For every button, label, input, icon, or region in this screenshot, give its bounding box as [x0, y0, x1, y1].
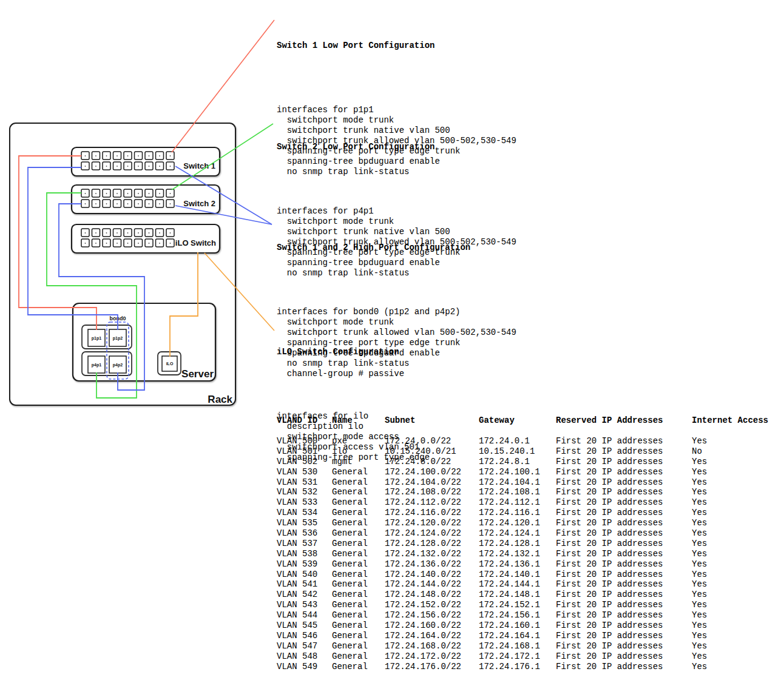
- cell-internet-access: Yes: [692, 641, 707, 651]
- cell-reserved-ip: First 20 IP addresses: [556, 528, 663, 539]
- vlan-table-body: VLAN 500 pxe 172.24.0.0/22 172.24.0.1 Fi…: [277, 436, 774, 671]
- cell-name: General: [332, 487, 368, 497]
- cell-gateway: 172.24.144.1: [479, 579, 540, 590]
- cell-vlan-id: VLAN 500: [277, 436, 317, 446]
- cell-gateway: 172.24.152.1: [479, 600, 540, 610]
- switch2-port-row-bottom: [81, 200, 174, 207]
- cell-internet-access: Yes: [692, 579, 707, 590]
- cell-subnet: 172.24.124.0/22: [385, 528, 461, 539]
- cell-gateway: 172.24.156.1: [479, 610, 540, 621]
- cell-gateway: 172.24.140.1: [479, 570, 540, 580]
- cell-reserved-ip: First 20 IP addresses: [556, 570, 663, 580]
- cell-subnet: 172.24.176.0/22: [385, 662, 461, 672]
- vlan-table-row: VLAN 538 General 172.24.132.0/22 172.24.…: [277, 549, 774, 559]
- cell-internet-access: Yes: [692, 487, 707, 497]
- config-line: interfaces for p1p1: [277, 105, 516, 115]
- cell-subnet: 172.24.160.0/22: [385, 621, 461, 631]
- cell-gateway: 172.24.0.1: [479, 436, 530, 446]
- cell-name: mgmt: [332, 457, 353, 467]
- cell-name: General: [332, 621, 368, 631]
- cell-vlan-id: VLAN 541: [277, 579, 317, 590]
- cell-name: General: [332, 651, 368, 662]
- cell-internet-access: Yes: [692, 497, 707, 508]
- cell-vlan-id: VLAN 537: [277, 539, 317, 549]
- cell-subnet: 172.24.112.0/22: [385, 497, 461, 508]
- cell-name: General: [332, 467, 368, 477]
- cell-reserved-ip: First 20 IP addresses: [556, 641, 663, 651]
- cell-reserved-ip: First 20 IP addresses: [556, 579, 663, 590]
- cell-name: pxe: [332, 436, 347, 446]
- cell-name: General: [332, 662, 368, 672]
- switch2-label: Switch 2: [183, 199, 215, 208]
- cell-gateway: 172.24.176.1: [479, 662, 540, 672]
- cell-internet-access: No: [692, 446, 702, 457]
- cell-vlan-id: VLAN 546: [277, 631, 317, 641]
- cell-vlan-id: VLAN 501: [277, 446, 317, 457]
- cell-reserved-ip: First 20 IP addresses: [556, 559, 663, 570]
- cell-internet-access: Yes: [692, 570, 707, 580]
- cell-internet-access: Yes: [692, 600, 707, 610]
- header-name: Name: [332, 416, 353, 426]
- cell-reserved-ip: First 20 IP addresses: [556, 477, 663, 488]
- vlan-table-row: VLAN 501 ilo 10.15.240.0/21 10.15.240.1 …: [277, 446, 774, 457]
- vlan-table-row: VLAN 548 General 172.24.172.0/22 172.24.…: [277, 651, 774, 662]
- cell-reserved-ip: First 20 IP addresses: [556, 446, 663, 457]
- vlan-table-header: VLAND ID Name Subnet Gateway Reserved IP…: [277, 416, 774, 426]
- cell-reserved-ip: First 20 IP addresses: [556, 610, 663, 621]
- cell-vlan-id: VLAN 547: [277, 641, 317, 651]
- cell-subnet: 172.24.132.0/22: [385, 549, 461, 559]
- port-p4p1-label: p4p1: [92, 363, 101, 368]
- cell-gateway: 172.24.108.1: [479, 487, 540, 497]
- header-reserved-ip: Reserved IP Addresses: [556, 416, 663, 426]
- cell-subnet: 172.24.100.0/22: [385, 467, 461, 477]
- cell-internet-access: Yes: [692, 436, 707, 446]
- vlan-table-row: VLAN 536 General 172.24.124.0/22 172.24.…: [277, 528, 774, 539]
- cell-name: General: [332, 528, 368, 539]
- vlan-table-row: VLAN 547 General 172.24.168.0/22 172.24.…: [277, 641, 774, 651]
- cell-gateway: 172.24.172.1: [479, 651, 540, 662]
- port-ilo-label: iLO: [166, 362, 174, 366]
- cell-subnet: 172.24.128.0/22: [385, 539, 461, 549]
- cell-name: General: [332, 539, 368, 549]
- cell-subnet: 172.24.148.0/22: [385, 590, 461, 600]
- switch1-port-row-bottom: [81, 162, 174, 170]
- vlan-table-row: VLAN 530 General 172.24.100.0/22 172.24.…: [277, 467, 774, 477]
- cell-name: General: [332, 497, 368, 508]
- cell-internet-access: Yes: [692, 610, 707, 621]
- cell-vlan-id: VLAN 531: [277, 477, 317, 488]
- cell-subnet: 172.24.120.0/22: [385, 518, 461, 528]
- switch1-port-row-top: [81, 152, 174, 160]
- switch2-port-row-top: [81, 189, 174, 197]
- vlan-table-row: VLAN 546 General 172.24.164.0/22 172.24.…: [277, 631, 774, 641]
- cell-name: General: [332, 518, 368, 528]
- cell-internet-access: Yes: [692, 528, 707, 539]
- cell-name: General: [332, 549, 368, 559]
- cell-vlan-id: VLAN 544: [277, 610, 317, 621]
- cell-vlan-id: VLAN 538: [277, 549, 317, 559]
- config-section-title: iLO Switch Configuration: [277, 347, 430, 357]
- port-p4p2-label: p4p2: [113, 363, 123, 368]
- cell-reserved-ip: First 20 IP addresses: [556, 508, 663, 518]
- cell-name: General: [332, 570, 368, 580]
- vlan-table-row: VLAN 535 General 172.24.120.0/22 172.24.…: [277, 518, 774, 528]
- cell-reserved-ip: First 20 IP addresses: [556, 497, 663, 508]
- cell-vlan-id: VLAN 540: [277, 570, 317, 580]
- vlan-table-row: VLAN 544 General 172.24.156.0/22 172.24.…: [277, 610, 774, 621]
- cell-internet-access: Yes: [692, 651, 707, 662]
- cell-gateway: 172.24.168.1: [479, 641, 540, 651]
- cell-subnet: 172.24.144.0/22: [385, 579, 461, 590]
- cell-internet-access: Yes: [692, 549, 707, 559]
- cell-gateway: 172.24.148.1: [479, 590, 540, 600]
- cell-subnet: 172.24.116.0/22: [385, 508, 461, 518]
- cell-gateway: 172.24.112.1: [479, 497, 540, 508]
- port-p1p1-label: p1p1: [92, 336, 101, 341]
- cell-gateway: 172.24.128.1: [479, 539, 540, 549]
- cell-reserved-ip: First 20 IP addresses: [556, 457, 663, 467]
- config-line: interfaces for p4p1: [277, 206, 516, 217]
- vlan-table-row: VLAN 540 General 172.24.140.0/22 172.24.…: [277, 570, 774, 580]
- vlan-table-row: VLAN 537 General 172.24.128.0/22 172.24.…: [277, 539, 774, 549]
- vlan-table-row: VLAN 534 General 172.24.116.0/22 172.24.…: [277, 508, 774, 518]
- cell-vlan-id: VLAN 549: [277, 662, 317, 672]
- cell-internet-access: Yes: [692, 518, 707, 528]
- vlan-table-row: VLAN 541 General 172.24.144.0/22 172.24.…: [277, 579, 774, 590]
